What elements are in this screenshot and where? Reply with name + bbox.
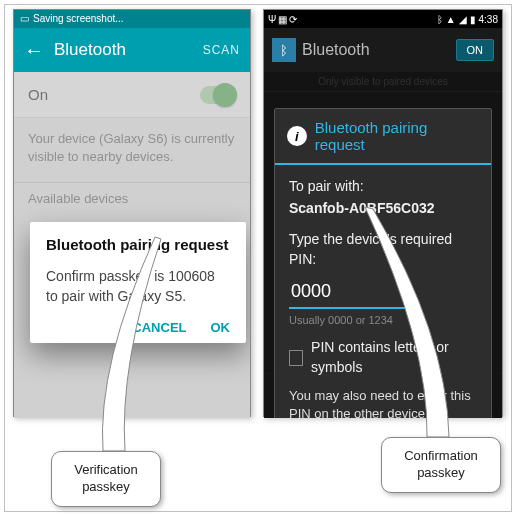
status-bar: ▭ Saving screenshot... <box>14 10 250 28</box>
callout-confirmation: Confirmation passkey <box>381 437 501 493</box>
screenshot-icon: ▭ <box>20 10 29 28</box>
appbar-title: Bluetooth <box>54 40 203 60</box>
pin-hint: Usually 0000 or 1234 <box>289 313 477 328</box>
bluetooth-app-icon: ᛒ <box>272 38 296 62</box>
sync-icon: ⟳ <box>289 14 297 25</box>
wifi-icon: ▲ <box>446 14 456 25</box>
screen-body: Only visible to paired devices AVAILABLE… <box>264 72 502 418</box>
phone-right: Ψ ▦ ⟳ ᛒ ▲ ◢ ▮ 4:38 ᛒ Bluetooth ON Only v… <box>263 9 503 417</box>
dialog-title: Bluetooth pairing request <box>46 236 230 253</box>
pin-note: You may also need to enter this PIN on t… <box>289 387 477 418</box>
app-bar: ᛒ Bluetooth ON <box>264 28 502 72</box>
pin-input[interactable]: 0000 <box>289 279 421 308</box>
pin-prompt: Type the device's required PIN: <box>289 230 477 269</box>
ok-button[interactable]: OK <box>211 320 231 335</box>
dialog-header: i Bluetooth pairing request <box>275 109 491 165</box>
bluetooth-icon: ᛒ <box>437 14 443 25</box>
screen-body: On Your device (Galaxy S6) is currently … <box>14 72 250 418</box>
status-bar: Ψ ▦ ⟳ ᛒ ▲ ◢ ▮ 4:38 <box>264 10 502 28</box>
cancel-button[interactable]: CANCEL <box>132 320 186 335</box>
pairing-dialog: Bluetooth pairing request Confirm passke… <box>30 222 246 343</box>
appbar-title: Bluetooth <box>302 41 370 59</box>
status-text: Saving screenshot... <box>33 10 124 28</box>
clock-text: 4:38 <box>479 14 498 25</box>
pair-with-label: To pair with: <box>289 177 477 197</box>
debug-icon: ▦ <box>278 14 287 25</box>
dialog-message: Confirm passkey is 100608 to pair with G… <box>46 267 230 306</box>
callout-verification: Verification passkey <box>51 451 161 507</box>
phone-left: ▭ Saving screenshot... ← Bluetooth SCAN … <box>13 9 251 417</box>
scan-button[interactable]: SCAN <box>203 43 240 57</box>
usb-icon: Ψ <box>268 14 276 25</box>
pairing-dialog: i Bluetooth pairing request To pair with… <box>274 108 492 418</box>
back-icon[interactable]: ← <box>24 39 44 62</box>
diagram-frame: ▭ Saving screenshot... ← Bluetooth SCAN … <box>4 4 512 512</box>
signal-icon: ◢ <box>459 14 467 25</box>
info-icon: i <box>287 126 307 146</box>
app-bar: ← Bluetooth SCAN <box>14 28 250 72</box>
battery-icon: ▮ <box>470 14 476 25</box>
pin-symbols-row[interactable]: PIN contains letters or symbols <box>289 338 477 377</box>
checkbox-icon[interactable] <box>289 350 303 366</box>
checkbox-label: PIN contains letters or symbols <box>311 338 477 377</box>
bluetooth-on-switch[interactable]: ON <box>456 39 495 61</box>
device-name: Scanfob-A0BF56C032 <box>289 199 477 219</box>
dialog-title: Bluetooth pairing request <box>315 119 479 153</box>
